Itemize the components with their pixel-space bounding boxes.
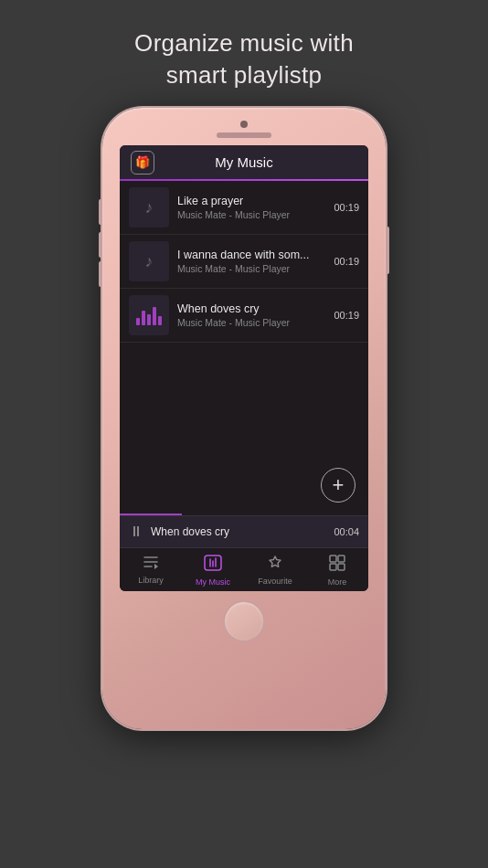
phone-shell: 🎁 My Music ♪ Like a prayer Music Mate - … [102,108,386,729]
screen: 🎁 My Music ♪ Like a prayer Music Mate - … [120,145,368,591]
song-thumbnail: ♪ [129,241,169,281]
song-duration: 00:19 [334,310,359,321]
list-item[interactable]: ♪ I wanna dance with som... Music Mate -… [120,235,368,289]
song-title: Like a prayer [177,195,328,207]
song-thumbnail: ♪ [129,187,169,228]
nav-more[interactable]: More [306,548,368,591]
song-subtitle: Music Mate - Music Player [177,263,328,274]
now-playing-title: When doves cry [151,525,334,538]
music-note-icon: ♪ [145,252,154,271]
song-info: When doves cry Music Mate - Music Player [177,302,328,328]
app-header-title: My Music [215,154,272,170]
svg-rect-4 [338,564,345,570]
gift-icon[interactable]: 🎁 [131,151,154,175]
favourite-icon [267,555,283,575]
mymusic-icon [204,555,222,576]
nav-favourite-label: Favourite [258,577,292,586]
add-button[interactable]: + [321,468,355,503]
nav-mymusic[interactable]: My Music [182,548,244,591]
headline: Organize music with smart playlistp [134,27,354,91]
bottom-nav: Library My Music Favourite [120,547,368,591]
song-list: ♪ Like a prayer Music Mate - Music Playe… [120,181,368,513]
now-playing-bar[interactable]: ⏸ When doves cry 00:04 [120,515,368,547]
home-button[interactable] [223,600,265,642]
song-subtitle: Music Mate - Music Player [177,209,328,220]
song-info: I wanna dance with som... Music Mate - M… [177,249,328,274]
song-duration: 00:19 [334,202,359,213]
song-duration: 00:19 [334,256,359,267]
app-header: 🎁 My Music [120,145,368,179]
pause-icon: ⏸ [129,524,143,540]
speaker-bar [217,132,271,138]
camera-dot [240,121,248,128]
list-item[interactable]: ♪ Like a prayer Music Mate - Music Playe… [120,181,368,235]
song-thumbnail [129,295,169,335]
nav-more-label: More [328,577,347,587]
phone-top [102,108,386,138]
list-item[interactable]: When doves cry Music Mate - Music Player… [120,289,368,343]
music-note-icon: ♪ [145,198,154,217]
library-icon [143,555,159,574]
song-title: I wanna dance with som... [177,249,328,261]
song-info: Like a prayer Music Mate - Music Player [177,195,328,220]
now-playing-time: 00:04 [334,526,359,537]
song-title: When doves cry [177,302,328,315]
nav-mymusic-label: My Music [196,577,230,587]
more-icon [329,555,345,576]
nav-library-label: Library [138,576,164,585]
bars-icon [136,305,162,325]
svg-rect-2 [338,556,345,562]
svg-rect-1 [330,556,336,562]
nav-library[interactable]: Library [120,548,182,591]
svg-rect-3 [330,564,336,570]
nav-favourite[interactable]: Favourite [244,548,306,591]
song-subtitle: Music Mate - Music Player [177,317,328,328]
